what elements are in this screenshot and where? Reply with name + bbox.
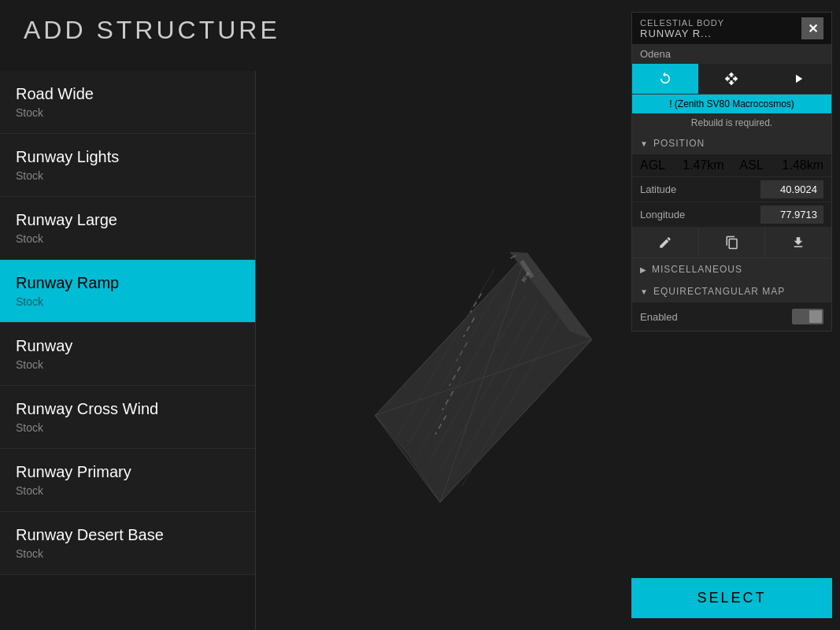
asl-value: 1.48km [783, 158, 823, 172]
enabled-toggle[interactable] [792, 309, 823, 324]
select-button[interactable]: SELECT [631, 578, 832, 618]
agl-pair: AGL 1.47km [632, 154, 732, 176]
latitude-label: Latitude [640, 183, 676, 195]
sidebar-item-name-runway: Runway [16, 337, 239, 355]
equirect-label: EQUIRECTANGULAR MAP [653, 286, 785, 297]
sidebar-item-name-runway-primary: Runway Primary [16, 463, 239, 481]
sidebar-item-sub-runway: Stock [16, 358, 239, 371]
edit-button[interactable] [632, 228, 699, 258]
sidebar-item-name-runway-large: Runway Large [16, 211, 239, 229]
sidebar-item-runway[interactable]: RunwayStock [0, 323, 255, 386]
asl-pair: ASL 1.48km [732, 154, 832, 176]
equirect-section-header[interactable]: ▼ EQUIRECTANGULAR MAP [632, 280, 831, 302]
odena-label: Odena [632, 44, 831, 64]
rebuild-bar: Rebuild is required. [632, 113, 831, 132]
refresh-button[interactable] [632, 64, 698, 94]
sidebar-item-name-road-wide: Road Wide [16, 85, 239, 103]
copy-button[interactable] [699, 228, 766, 258]
sidebar-item-sub-runway-large: Stock [16, 232, 239, 245]
sidebar-item-sub-runway-cross-wind: Stock [16, 421, 239, 434]
celestial-label: CELESTIAL BODY [640, 18, 724, 28]
close-button[interactable]: ✕ [801, 17, 823, 39]
edit-icon [658, 235, 672, 250]
copy-icon [725, 235, 739, 250]
misc-section-header[interactable]: ▶ MISCELLANEOUS [632, 258, 831, 280]
equirect-arrow-icon: ▼ [640, 287, 649, 296]
download-button[interactable] [765, 228, 831, 258]
sidebar-item-runway-primary[interactable]: Runway PrimaryStock [0, 449, 255, 512]
misc-label: MISCELLANEOUS [652, 264, 742, 275]
position-label: POSITION [653, 138, 705, 149]
agl-label: AGL [640, 158, 665, 172]
sidebar: Road WideStockRunway LightsStockRunway L… [0, 71, 256, 630]
asl-label: ASL [740, 158, 764, 172]
enabled-row: Enabled [632, 302, 831, 331]
sidebar-item-runway-large[interactable]: Runway LargeStock [0, 197, 255, 260]
runway-label: RUNWAY R... [640, 28, 724, 39]
misc-arrow-icon: ▶ [640, 265, 647, 274]
arrows-button[interactable] [698, 64, 764, 94]
arrows-icon [724, 72, 738, 86]
panel-toolbar [632, 64, 831, 94]
panel-header: CELESTIAL BODY RUNWAY R... ✕ [632, 13, 831, 44]
page-title: ADD STRUCTURE [24, 16, 280, 45]
longitude-label: Longitude [640, 209, 685, 220]
sidebar-item-name-runway-cross-wind: Runway Cross Wind [16, 400, 239, 418]
sidebar-item-runway-ramp[interactable]: Runway RampStock [0, 260, 255, 323]
position-arrow-icon: ▼ [640, 139, 649, 148]
play-button[interactable] [765, 64, 831, 94]
sidebar-item-name-runway-lights: Runway Lights [16, 148, 239, 166]
agl-value: 1.47km [683, 158, 723, 172]
enabled-label: Enabled [640, 311, 678, 323]
refresh-icon [658, 72, 672, 86]
sidebar-item-runway-cross-wind[interactable]: Runway Cross WindStock [0, 386, 255, 449]
download-icon [791, 235, 805, 250]
sidebar-item-name-runway-desert-base: Runway Desert Base [16, 526, 239, 544]
sidebar-item-road-wide[interactable]: Road WideStock [0, 71, 255, 134]
sidebar-item-runway-desert-base[interactable]: Runway Desert BaseStock [0, 512, 255, 575]
right-panel: CELESTIAL BODY RUNWAY R... ✕ Odena ! (Ze… [631, 12, 832, 332]
longitude-value[interactable]: 77.9713 [760, 206, 823, 224]
info-bar[interactable]: ! (Zenith SV80 Macrocosmos) [632, 94, 831, 113]
sidebar-item-sub-runway-primary: Stock [16, 484, 239, 497]
position-section-header[interactable]: ▼ POSITION [632, 132, 831, 154]
sidebar-item-sub-runway-lights: Stock [16, 169, 239, 182]
play-icon [791, 72, 805, 86]
latitude-row: Latitude 40.9024 [632, 177, 831, 202]
sidebar-item-name-runway-ramp: Runway Ramp [16, 274, 239, 292]
sidebar-item-runway-lights[interactable]: Runway LightsStock [0, 134, 255, 197]
longitude-row: Longitude 77.9713 [632, 202, 831, 228]
latitude-value[interactable]: 40.9024 [760, 180, 823, 198]
action-row [632, 228, 831, 258]
sidebar-item-sub-runway-desert-base: Stock [16, 547, 239, 560]
sidebar-item-sub-road-wide: Stock [16, 106, 239, 119]
preview-area: 30 m [256, 71, 635, 630]
panel-titles: CELESTIAL BODY RUNWAY R... [640, 18, 724, 39]
runway-preview: 30 m [256, 71, 635, 630]
agl-asl-row: AGL 1.47km ASL 1.48km [632, 154, 831, 177]
sidebar-item-sub-runway-ramp: Stock [16, 295, 239, 308]
